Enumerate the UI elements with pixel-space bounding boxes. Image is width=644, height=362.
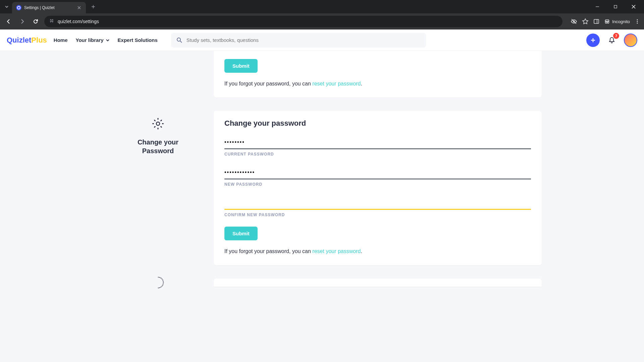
side-title-line2: Password [138,146,178,155]
back-button[interactable] [4,17,13,26]
tab-title: Settings | Quizlet [24,5,74,10]
forgot-password-text-2: If you forgot your password, you can res… [224,248,531,254]
svg-point-5 [637,19,638,20]
nav-home[interactable]: Home [54,37,68,43]
incognito-icon[interactable]: Incognito [604,18,630,24]
current-password-label: CURRENT PASSWORD [224,152,531,157]
svg-rect-2 [594,19,599,23]
side-panel-icon[interactable] [593,18,599,24]
close-tab-icon[interactable] [76,5,82,10]
reset-password-link[interactable]: reset your password [312,81,361,86]
forgot-password-text: If you forgot your password, you can res… [224,81,531,87]
svg-point-9 [156,122,160,125]
confirm-password-label: CONFIRM NEW PASSWORD [224,213,531,217]
quizlet-favicon [16,5,21,10]
svg-point-7 [637,23,638,24]
new-password-label: NEW PASSWORD [224,182,531,187]
create-button[interactable] [586,34,600,47]
username-section-card-top: You can change your username only once [214,279,542,287]
nav-your-library[interactable]: Your library [76,37,110,43]
svg-point-3 [605,22,607,23]
gear-icon-username [151,275,165,291]
svg-point-8 [177,38,180,41]
eye-blocked-icon[interactable] [571,18,577,25]
user-avatar[interactable] [624,34,637,47]
browser-menu-icon[interactable] [635,19,640,24]
search-input[interactable] [186,37,421,43]
app-header: QuizletPlus Home Your library Expert Sol… [0,29,644,51]
notification-badge: 7 [613,33,619,39]
svg-point-4 [607,22,609,23]
tab-search-dropdown[interactable] [3,3,11,11]
incognito-label: Incognito [612,19,630,24]
section-side-password: Change your Password [102,111,214,265]
browser-tab[interactable]: Settings | Quizlet [12,2,86,13]
nav-expert-solutions[interactable]: Expert Solutions [118,37,158,43]
new-password-input[interactable] [224,166,531,179]
side-title-line1: Change your [138,138,178,146]
previous-section-card-bottom: Submit If you forgot your password, you … [214,51,542,98]
maximize-window-button[interactable] [608,1,623,12]
search-box[interactable] [171,33,426,48]
current-password-input[interactable] [224,136,531,149]
change-password-card: Change your password CURRENT PASSWORD NE… [214,111,542,265]
close-window-button[interactable] [626,1,641,12]
notifications-button[interactable]: 7 [605,34,619,47]
gear-icon [151,116,165,132]
browser-address-bar: quizlet.com/settings Incognito [0,13,644,29]
chevron-down-icon [106,38,110,42]
quizlet-logo[interactable]: QuizletPlus [7,36,47,45]
card-title: Change your password [224,119,531,128]
svg-point-6 [637,21,638,22]
new-tab-button[interactable] [89,2,98,11]
minimize-window-button[interactable] [590,1,605,12]
reset-password-link-2[interactable]: reset your password [312,248,361,254]
url-bar[interactable]: quizlet.com/settings [44,16,562,27]
bookmark-star-icon[interactable] [582,18,589,25]
submit-button-top[interactable]: Submit [224,59,258,73]
forward-button[interactable] [17,17,27,26]
confirm-password-input[interactable] [224,196,531,210]
browser-tab-bar: Settings | Quizlet [0,0,644,13]
site-info-icon[interactable] [49,18,54,25]
search-icon [176,37,182,43]
svg-rect-0 [614,5,617,8]
reload-button[interactable] [31,17,40,26]
submit-password-button[interactable]: Submit [224,227,258,240]
url-text: quizlet.com/settings [58,19,99,24]
